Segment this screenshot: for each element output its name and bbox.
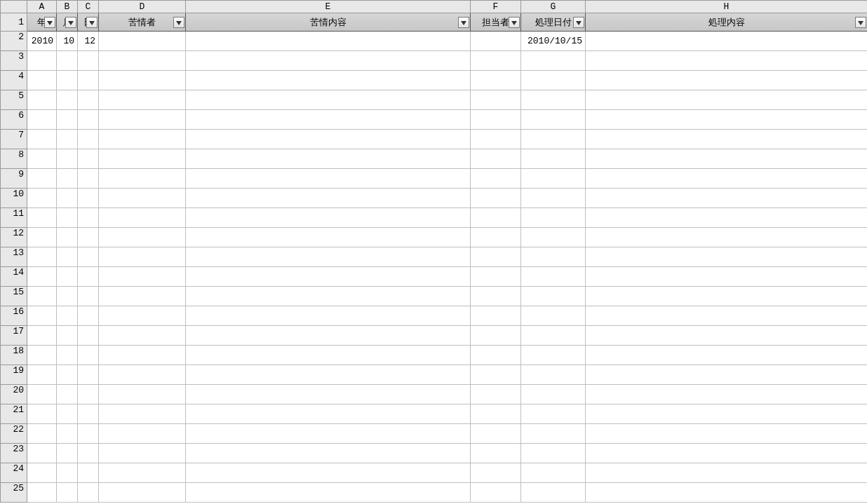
cell-B8[interactable] bbox=[57, 149, 78, 169]
cell-C8[interactable] bbox=[78, 149, 99, 169]
cell-E10[interactable] bbox=[186, 189, 471, 208]
cell-D13[interactable] bbox=[99, 247, 186, 267]
cell-C22[interactable] bbox=[78, 424, 99, 444]
row-header[interactable]: 15 bbox=[1, 287, 27, 306]
cell-A6[interactable] bbox=[27, 110, 57, 130]
cell-G8[interactable] bbox=[521, 149, 586, 169]
column-header-A[interactable]: A bbox=[27, 1, 57, 13]
cell-B4[interactable] bbox=[57, 71, 78, 90]
row-header[interactable]: 16 bbox=[1, 306, 27, 326]
cell-E20[interactable] bbox=[186, 385, 471, 404]
cell-H24[interactable] bbox=[586, 463, 867, 483]
cell-H18[interactable] bbox=[586, 346, 867, 365]
cell-A13[interactable] bbox=[27, 247, 57, 267]
cell-C6[interactable] bbox=[78, 110, 99, 130]
cell-B23[interactable] bbox=[57, 444, 78, 463]
cell-A24[interactable] bbox=[27, 463, 57, 483]
cell-D5[interactable] bbox=[99, 90, 186, 110]
cell-A23[interactable] bbox=[27, 444, 57, 463]
cell-C7[interactable] bbox=[78, 130, 99, 149]
cell-C24[interactable] bbox=[78, 463, 99, 483]
cell-A25[interactable] bbox=[27, 483, 57, 503]
cell-B21[interactable] bbox=[57, 404, 78, 424]
cell-H7[interactable] bbox=[586, 130, 867, 149]
header-cell-D[interactable]: 苦情者 bbox=[99, 13, 186, 32]
header-cell-H[interactable]: 処理内容 bbox=[586, 13, 867, 32]
cell-F9[interactable] bbox=[471, 169, 521, 189]
row-header[interactable]: 25 bbox=[1, 483, 27, 503]
row-header[interactable]: 20 bbox=[1, 385, 27, 404]
cell-H25[interactable] bbox=[586, 483, 867, 503]
cell-D8[interactable] bbox=[99, 149, 186, 169]
row-header[interactable]: 21 bbox=[1, 404, 27, 424]
row-header[interactable]: 13 bbox=[1, 247, 27, 267]
cell-A4[interactable] bbox=[27, 71, 57, 90]
cell-B17[interactable] bbox=[57, 326, 78, 346]
cell-F11[interactable] bbox=[471, 208, 521, 228]
row-header[interactable]: 23 bbox=[1, 444, 27, 463]
cell-G6[interactable] bbox=[521, 110, 586, 130]
cell-F17[interactable] bbox=[471, 326, 521, 346]
cell-H15[interactable] bbox=[586, 287, 867, 306]
cell-C20[interactable] bbox=[78, 385, 99, 404]
cell-H5[interactable] bbox=[586, 90, 867, 110]
cell-G12[interactable] bbox=[521, 228, 586, 247]
cell-H14[interactable] bbox=[586, 267, 867, 287]
cell-H11[interactable] bbox=[586, 208, 867, 228]
cell-E2[interactable] bbox=[186, 32, 471, 51]
cell-E22[interactable] bbox=[186, 424, 471, 444]
cell-F20[interactable] bbox=[471, 385, 521, 404]
cell-G19[interactable] bbox=[521, 365, 586, 385]
cell-G16[interactable] bbox=[521, 306, 586, 326]
cell-A11[interactable] bbox=[27, 208, 57, 228]
cell-B16[interactable] bbox=[57, 306, 78, 326]
filter-button[interactable] bbox=[173, 17, 184, 28]
column-header-E[interactable]: E bbox=[186, 1, 471, 13]
cell-F13[interactable] bbox=[471, 247, 521, 267]
cell-B2[interactable]: 10 bbox=[57, 32, 78, 51]
cell-B3[interactable] bbox=[57, 51, 78, 71]
cell-E19[interactable] bbox=[186, 365, 471, 385]
cell-H17[interactable] bbox=[586, 326, 867, 346]
cell-A9[interactable] bbox=[27, 169, 57, 189]
cell-H19[interactable] bbox=[586, 365, 867, 385]
filter-button[interactable] bbox=[573, 17, 584, 28]
cell-F21[interactable] bbox=[471, 404, 521, 424]
cell-C2[interactable]: 12 bbox=[78, 32, 99, 51]
cell-H10[interactable] bbox=[586, 189, 867, 208]
cell-B7[interactable] bbox=[57, 130, 78, 149]
header-cell-C[interactable]: 日 bbox=[78, 13, 99, 32]
cell-F23[interactable] bbox=[471, 444, 521, 463]
cell-D15[interactable] bbox=[99, 287, 186, 306]
cell-E3[interactable] bbox=[186, 51, 471, 71]
column-header-H[interactable]: H bbox=[586, 1, 867, 13]
cell-E23[interactable] bbox=[186, 444, 471, 463]
row-header[interactable]: 2 bbox=[1, 32, 27, 51]
cell-D10[interactable] bbox=[99, 189, 186, 208]
cell-A8[interactable] bbox=[27, 149, 57, 169]
cell-E12[interactable] bbox=[186, 228, 471, 247]
cell-D6[interactable] bbox=[99, 110, 186, 130]
cell-A16[interactable] bbox=[27, 306, 57, 326]
header-cell-B[interactable]: 月 bbox=[57, 13, 78, 32]
cell-F12[interactable] bbox=[471, 228, 521, 247]
row-header[interactable]: 1 bbox=[1, 13, 27, 32]
cell-D19[interactable] bbox=[99, 365, 186, 385]
row-header[interactable]: 12 bbox=[1, 228, 27, 247]
cell-F22[interactable] bbox=[471, 424, 521, 444]
cell-A21[interactable] bbox=[27, 404, 57, 424]
cell-H23[interactable] bbox=[586, 444, 867, 463]
cell-G25[interactable] bbox=[521, 483, 586, 503]
row-header[interactable]: 4 bbox=[1, 71, 27, 90]
cell-D2[interactable] bbox=[99, 32, 186, 51]
cell-E9[interactable] bbox=[186, 169, 471, 189]
cell-H8[interactable] bbox=[586, 149, 867, 169]
column-header-C[interactable]: C bbox=[78, 1, 99, 13]
cell-C4[interactable] bbox=[78, 71, 99, 90]
cell-C9[interactable] bbox=[78, 169, 99, 189]
cell-F3[interactable] bbox=[471, 51, 521, 71]
cell-E7[interactable] bbox=[186, 130, 471, 149]
cell-H6[interactable] bbox=[586, 110, 867, 130]
cell-G21[interactable] bbox=[521, 404, 586, 424]
cell-B22[interactable] bbox=[57, 424, 78, 444]
